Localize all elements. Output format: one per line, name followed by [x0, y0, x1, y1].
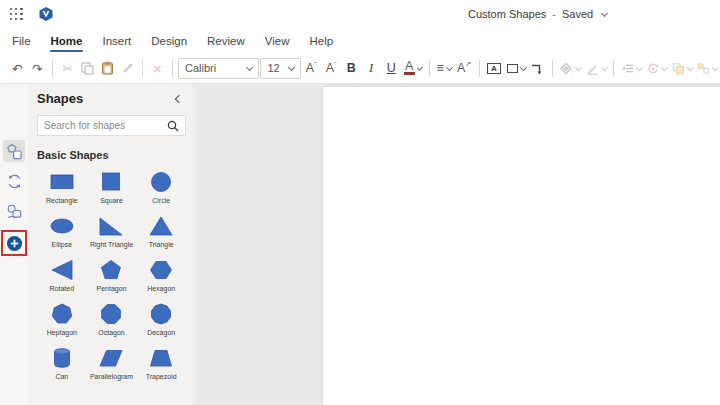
shapes-collection-icon: [6, 203, 23, 220]
shrink-font-icon: A: [326, 61, 334, 75]
menu-review[interactable]: Review: [197, 28, 255, 53]
drawing-canvas[interactable]: [196, 84, 720, 405]
group-button[interactable]: [695, 57, 720, 79]
shape-button[interactable]: [505, 57, 528, 79]
search-icon[interactable]: [167, 120, 179, 132]
collapse-panel-icon[interactable]: [175, 94, 183, 102]
shape-item-hexagon[interactable]: Hexagon: [136, 258, 186, 292]
shapes-panel-title: Shapes: [37, 91, 83, 106]
underline-icon: U: [387, 61, 396, 75]
shape-item-trapezoid[interactable]: Trapezoid: [136, 346, 186, 380]
grow-font-button[interactable]: Aˆ: [302, 57, 321, 79]
shape-item-decagon[interactable]: Decagon: [136, 302, 186, 336]
align-button[interactable]: ≡: [435, 57, 454, 79]
can-shape-icon: [49, 346, 75, 370]
undo-button[interactable]: ↶: [8, 57, 27, 79]
square-shape-icon: [98, 170, 124, 194]
font-name-select[interactable]: Calibri: [178, 58, 259, 79]
title-separator: -: [552, 8, 556, 20]
drawing-page[interactable]: [323, 87, 720, 405]
shape-item-square[interactable]: Square: [87, 170, 137, 204]
shape-item-can[interactable]: Can: [37, 346, 87, 380]
shape-item-octagon[interactable]: Octagon: [87, 302, 137, 336]
shape-item-rotated-triangle[interactable]: Rotated: [37, 258, 87, 292]
redo-button[interactable]: ↷: [28, 57, 47, 79]
shape-item-rectangle[interactable]: Rectangle: [37, 170, 87, 204]
bring-forward-button[interactable]: [670, 57, 695, 79]
shape-item-right-triangle[interactable]: Right Triangle: [87, 214, 137, 248]
shape-item-pentagon[interactable]: Pentagon: [87, 258, 137, 292]
copy-button[interactable]: [78, 57, 97, 79]
underline-button[interactable]: U: [382, 57, 401, 79]
shape-label: Parallelogram: [90, 373, 133, 380]
document-title[interactable]: Custom Shapes - Saved: [468, 0, 607, 28]
rotate-button[interactable]: [645, 57, 669, 79]
menu-view[interactable]: View: [255, 28, 300, 53]
paste-button[interactable]: [98, 57, 117, 79]
format-painter-icon: [121, 62, 134, 75]
chevron-down-icon[interactable]: [601, 9, 608, 16]
heptagon-shape-icon: [49, 302, 75, 326]
shrink-font-button[interactable]: Aˇ: [322, 57, 341, 79]
shape-label: Heptagon: [47, 329, 77, 336]
toolbar-divider: [52, 60, 53, 77]
bold-button[interactable]: B: [342, 57, 361, 79]
shape-label: Triangle: [149, 241, 174, 248]
toolbar-divider: [172, 60, 173, 77]
save-status: Saved: [562, 8, 593, 20]
shape-label: Rotated: [50, 285, 75, 292]
shape-search-input[interactable]: [44, 120, 163, 131]
shape-label: Octagon: [98, 329, 124, 336]
chevron-down-icon: [520, 64, 527, 71]
rail-clip-shapes-button[interactable]: [3, 200, 25, 222]
text-direction-button[interactable]: A↗: [455, 57, 474, 79]
visio-logo-icon[interactable]: [39, 7, 53, 21]
chevron-down-icon: [446, 64, 453, 71]
toolbar-divider: [429, 60, 430, 77]
chevron-down-icon: [601, 64, 608, 71]
shape-item-ellipse[interactable]: Ellipse: [37, 214, 87, 248]
italic-button[interactable]: I: [362, 57, 381, 79]
shape-item-triangle[interactable]: Triangle: [136, 214, 186, 248]
toolbar-divider: [479, 60, 480, 77]
stencil-rail: [0, 84, 28, 405]
text-box-button[interactable]: A: [485, 57, 504, 79]
add-shapes-button[interactable]: [4, 233, 24, 253]
connector-button[interactable]: [528, 57, 547, 79]
menu-file[interactable]: File: [2, 28, 41, 53]
menu-insert[interactable]: Insert: [92, 28, 141, 53]
scissors-icon: ✂: [62, 61, 72, 76]
menu-bar: FileHomeInsertDesignReviewViewHelp: [0, 28, 720, 53]
shape-item-circle[interactable]: Circle: [136, 170, 186, 204]
delete-button[interactable]: ×: [148, 57, 167, 79]
text-direction-icon: A: [457, 61, 465, 75]
annotation-highlight-box: [1, 230, 27, 256]
basic-shapes-section-title: Basic Shapes: [37, 149, 186, 161]
connector-icon: [531, 62, 544, 75]
shape-item-heptagon[interactable]: Heptagon: [37, 302, 87, 336]
rail-basic-shapes-button[interactable]: [3, 140, 25, 162]
menu-home[interactable]: Home: [41, 28, 93, 53]
font-size-select[interactable]: 12: [260, 58, 300, 79]
rail-arrow-shapes-button[interactable]: [3, 170, 25, 192]
parallelogram-shape-icon: [98, 346, 124, 370]
menu-design[interactable]: Design: [141, 28, 197, 53]
octagon-shape-icon: [98, 302, 124, 326]
font-color-button[interactable]: A: [402, 57, 424, 79]
shape-item-parallelogram[interactable]: Parallelogram: [87, 346, 137, 380]
cut-button[interactable]: ✂: [58, 57, 77, 79]
text-box-icon: A: [487, 63, 501, 74]
menu-help[interactable]: Help: [300, 28, 344, 53]
copy-icon: [81, 62, 94, 75]
position-button[interactable]: [619, 57, 644, 79]
fill-color-button[interactable]: [558, 57, 583, 79]
format-painter-button[interactable]: [118, 57, 137, 79]
shape-search-box[interactable]: [37, 115, 186, 136]
italic-icon: I: [369, 61, 373, 76]
fill-bucket-icon: [560, 62, 573, 75]
chevron-down-icon: [416, 64, 422, 70]
line-style-button[interactable]: [584, 57, 609, 79]
app-launcher-icon[interactable]: [10, 8, 23, 21]
chevron-down-icon: [575, 64, 582, 71]
group-icon: [697, 62, 710, 75]
